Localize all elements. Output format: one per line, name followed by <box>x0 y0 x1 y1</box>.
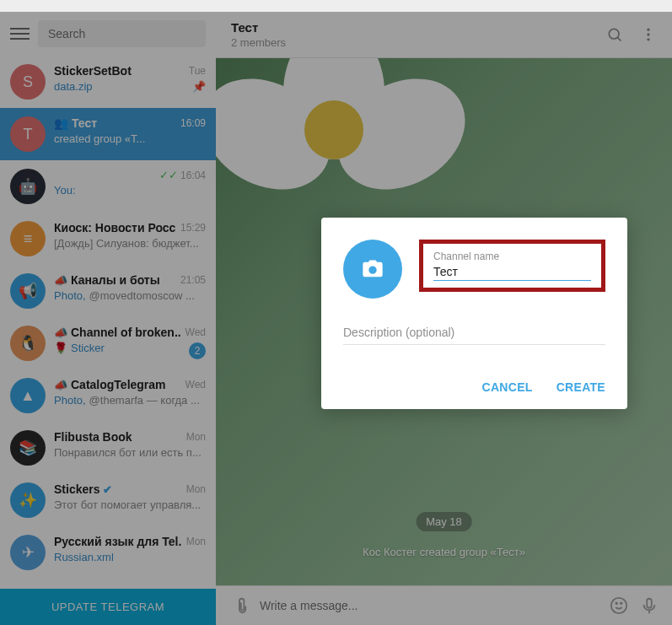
window-titlebar <box>0 0 672 12</box>
channel-name-field-highlight: Channel name Тест <box>419 240 605 292</box>
app-root: S StickerSetBot Tue data.zip 📌 T 👥 Тест <box>0 0 672 625</box>
description-input[interactable]: Description (optional) <box>343 326 605 345</box>
create-channel-modal: Channel name Тест Description (optional)… <box>321 218 627 409</box>
cancel-button[interactable]: CANCEL <box>482 380 533 394</box>
create-button[interactable]: CREATE <box>556 380 605 394</box>
channel-name-label: Channel name <box>433 251 591 262</box>
channel-name-input[interactable]: Тест <box>433 265 591 281</box>
channel-photo-button[interactable] <box>343 240 402 299</box>
